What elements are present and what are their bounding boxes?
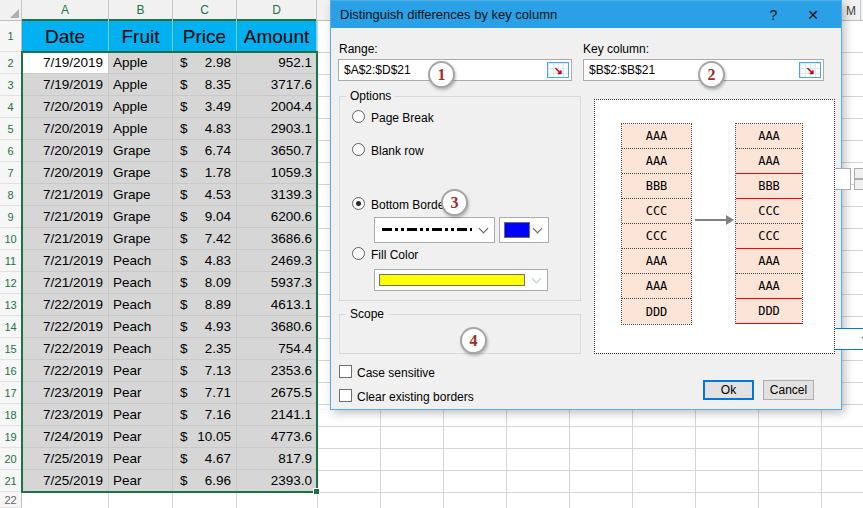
row-header-14[interactable]: 14: [0, 316, 22, 338]
cell-amount[interactable]: 2469.3: [237, 250, 317, 272]
ok-button[interactable]: Ok: [703, 380, 754, 400]
row-header-12[interactable]: 12: [0, 272, 22, 294]
cell-date[interactable]: 7/25/2019: [22, 448, 109, 470]
row-header-3[interactable]: 3: [0, 74, 22, 96]
cell-fruit[interactable]: Apple: [109, 118, 173, 140]
cell-amount[interactable]: 1059.3: [237, 162, 317, 184]
cell-amount[interactable]: 3650.7: [237, 140, 317, 162]
page-break-label[interactable]: Page Break: [371, 111, 434, 125]
row-header-19[interactable]: 19: [0, 426, 22, 448]
cell-date[interactable]: 7/19/2019: [22, 74, 109, 96]
cell-amount[interactable]: 3717.6: [237, 74, 317, 96]
cell-amount[interactable]: 6200.6: [237, 206, 317, 228]
cell-date[interactable]: 7/21/2019: [22, 250, 109, 272]
clear-existing-borders-label[interactable]: Clear existing borders: [357, 390, 474, 404]
cell-price[interactable]: $8.89: [173, 294, 237, 316]
cell-fruit[interactable]: Peach: [109, 272, 173, 294]
cell-fruit[interactable]: Grape: [109, 206, 173, 228]
cell-date[interactable]: 7/20/2019: [22, 96, 109, 118]
fill-color-radio[interactable]: [352, 247, 365, 260]
select-all-corner[interactable]: [0, 0, 22, 20]
key-column-picker-icon[interactable]: ↘: [799, 62, 821, 78]
cell-fruit[interactable]: Peach: [109, 250, 173, 272]
cell-price[interactable]: $7.13: [173, 360, 237, 382]
cell-price[interactable]: $4.83: [173, 250, 237, 272]
cell-date[interactable]: 7/22/2019: [22, 338, 109, 360]
blank-row-radio[interactable]: [352, 143, 365, 156]
spinner-down-icon[interactable]: ▼: [854, 179, 863, 190]
case-sensitive-checkbox[interactable]: [339, 365, 352, 378]
fill-color-dropdown[interactable]: [374, 269, 548, 291]
cell-date[interactable]: 7/21/2019: [22, 184, 109, 206]
row-header-16[interactable]: 16: [0, 360, 22, 382]
cell-price[interactable]: $2.98: [173, 52, 237, 74]
cell-fruit[interactable]: Pear: [109, 360, 173, 382]
cell-date[interactable]: 7/21/2019: [22, 228, 109, 250]
cell-date[interactable]: 7/23/2019: [22, 382, 109, 404]
cell-price[interactable]: $8.35: [173, 74, 237, 96]
cell-d1[interactable]: Amount: [237, 21, 317, 52]
cell-price[interactable]: $7.42: [173, 228, 237, 250]
cell-price[interactable]: $6.74: [173, 140, 237, 162]
close-icon[interactable]: ✕: [807, 7, 819, 23]
range-picker-icon[interactable]: ↘: [547, 62, 569, 78]
cell-amount[interactable]: 2141.1: [237, 404, 317, 426]
cell-date[interactable]: 7/23/2019: [22, 404, 109, 426]
row-header-5[interactable]: 5: [0, 118, 22, 140]
cell-date[interactable]: 7/22/2019: [22, 294, 109, 316]
cell-date[interactable]: 7/21/2019: [22, 272, 109, 294]
cell-c1[interactable]: Price: [173, 21, 237, 52]
cell-amount[interactable]: 3686.6: [237, 228, 317, 250]
dialog-titlebar[interactable]: Distinguish differences by key column ? …: [331, 1, 841, 28]
cell-fruit[interactable]: Peach: [109, 316, 173, 338]
cell-date[interactable]: 7/24/2019: [22, 426, 109, 448]
cell-date[interactable]: 7/22/2019: [22, 360, 109, 382]
cell-price[interactable]: $4.67: [173, 448, 237, 470]
cell-fruit[interactable]: Apple: [109, 52, 173, 74]
cell-fruit[interactable]: Pear: [109, 448, 173, 470]
cell-fruit[interactable]: Grape: [109, 140, 173, 162]
column-header-d[interactable]: D: [237, 0, 317, 20]
cell-a1[interactable]: Date: [22, 21, 109, 52]
row-header-20[interactable]: 20: [0, 448, 22, 470]
cell-fruit[interactable]: Grape: [109, 228, 173, 250]
cell-price[interactable]: $9.04: [173, 206, 237, 228]
cell-date[interactable]: 7/21/2019: [22, 206, 109, 228]
cell-fruit[interactable]: Peach: [109, 294, 173, 316]
cell-amount[interactable]: 3139.3: [237, 184, 317, 206]
border-style-dropdown[interactable]: [374, 217, 495, 243]
page-break-radio[interactable]: [352, 110, 365, 123]
fill-handle[interactable]: [313, 488, 320, 495]
cell-fruit[interactable]: Pear: [109, 382, 173, 404]
cell-fruit[interactable]: Apple: [109, 74, 173, 96]
bottom-border-radio[interactable]: [352, 197, 365, 210]
cell-amount[interactable]: 2004.4: [237, 96, 317, 118]
cell-amount[interactable]: 2393.0: [237, 470, 317, 492]
cell-fruit[interactable]: Peach: [109, 338, 173, 360]
cell-date[interactable]: 7/22/2019: [22, 316, 109, 338]
row-header-1[interactable]: 1: [0, 21, 22, 52]
cell-date[interactable]: 7/25/2019: [22, 470, 109, 492]
cell-price[interactable]: $1.78: [173, 162, 237, 184]
bottom-border-label[interactable]: Bottom Border: [371, 198, 448, 212]
cell-amount[interactable]: 5937.3: [237, 272, 317, 294]
column-header-m[interactable]: M: [842, 0, 861, 21]
cell-amount[interactable]: 3680.6: [237, 316, 317, 338]
cell-price[interactable]: $3.49: [173, 96, 237, 118]
cell-amount[interactable]: 952.1: [237, 52, 317, 74]
case-sensitive-label[interactable]: Case sensitive: [357, 366, 435, 380]
row-header-4[interactable]: 4: [0, 96, 22, 118]
cell-date[interactable]: 7/20/2019: [22, 162, 109, 184]
cell-fruit[interactable]: Apple: [109, 96, 173, 118]
cell-price[interactable]: $4.83: [173, 118, 237, 140]
cell-amount[interactable]: 817.9: [237, 448, 317, 470]
range-input[interactable]: $A$2:$D$21 ↘: [338, 59, 572, 81]
cell-price[interactable]: $7.71: [173, 382, 237, 404]
cell-date[interactable]: 7/20/2019: [22, 140, 109, 162]
column-header-a[interactable]: A: [22, 0, 109, 20]
row-header-21[interactable]: 21: [0, 470, 22, 492]
cell-price[interactable]: $2.35: [173, 338, 237, 360]
fill-color-label[interactable]: Fill Color: [371, 248, 418, 262]
row-header-10[interactable]: 10: [0, 228, 22, 250]
row-header-17[interactable]: 17: [0, 382, 22, 404]
